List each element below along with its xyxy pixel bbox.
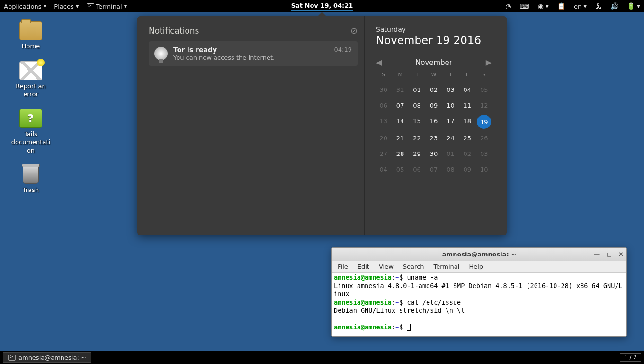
- workspace-indicator[interactable]: 1 / 2: [620, 353, 641, 362]
- calendar-dayname: Saturday: [376, 26, 492, 33]
- terminal-app-menu[interactable]: Terminal ▼: [87, 3, 127, 10]
- calendar-day[interactable]: 13: [376, 115, 391, 129]
- term-menu-view[interactable]: View: [379, 263, 394, 270]
- calendar-day[interactable]: 01: [410, 83, 424, 96]
- calendar-day[interactable]: 09: [426, 99, 441, 112]
- calendar-day[interactable]: 08: [410, 99, 424, 112]
- calendar-day[interactable]: 08: [443, 163, 458, 176]
- calendar-day[interactable]: 19: [477, 115, 491, 129]
- desktop-icon-trash[interactable]: Trash: [9, 165, 52, 194]
- caret-icon: ▼: [43, 4, 46, 9]
- onion-icon[interactable]: ◔: [505, 3, 511, 9]
- notification-item[interactable]: Tor is ready You can now access the Inte…: [149, 41, 358, 66]
- desktop-icon-tails-doc[interactable]: Tails documentati on: [9, 109, 52, 155]
- calendar-day[interactable]: 31: [393, 83, 407, 96]
- calendar-day[interactable]: 23: [426, 132, 441, 145]
- calendar-day[interactable]: 05: [393, 163, 407, 176]
- notification-title: Tor is ready: [173, 46, 329, 54]
- calendar-day[interactable]: 21: [393, 132, 407, 145]
- calendar-day[interactable]: 28: [393, 147, 407, 160]
- accessibility-icon: ◉: [538, 3, 544, 9]
- calendar-day[interactable]: 04: [376, 163, 391, 176]
- power-menu[interactable]: 🔋 ▼: [627, 3, 640, 9]
- notifications-header: Notifications: [149, 26, 199, 36]
- applications-menu[interactable]: Applications ▼: [4, 3, 46, 10]
- desktop-icon-home[interactable]: Home: [9, 21, 52, 51]
- clipboard-icon[interactable]: 📋: [557, 3, 565, 9]
- terminal-titlebar[interactable]: amnesia@amnesia: ~ — ◻ ✕: [332, 248, 626, 261]
- calendar-day[interactable]: 05: [477, 83, 492, 96]
- notification-time: 04:19: [334, 46, 352, 53]
- term-menu-edit[interactable]: Edit: [358, 263, 369, 270]
- calendar-day[interactable]: 26: [477, 132, 492, 145]
- calendar-day[interactable]: 11: [460, 99, 474, 112]
- calendar-day[interactable]: 22: [410, 132, 424, 145]
- keyboard-icon[interactable]: ⌨: [520, 3, 529, 9]
- term-menu-terminal[interactable]: Terminal: [433, 263, 459, 270]
- places-menu[interactable]: Places ▼: [54, 3, 79, 10]
- calendar-day[interactable]: 01: [443, 147, 458, 160]
- mail-icon: [19, 61, 42, 80]
- caret-icon: ▼: [637, 4, 640, 9]
- terminal-body[interactable]: amnesia@amnesia:~$ uname -a Linux amnesi…: [332, 273, 626, 336]
- calendar-day[interactable]: 10: [477, 163, 492, 176]
- terminal-label: Terminal: [96, 3, 122, 10]
- term-menu-file[interactable]: File: [338, 263, 348, 270]
- volume-icon[interactable]: 🔊: [610, 3, 618, 9]
- help-book-icon: [19, 109, 42, 128]
- maximize-button[interactable]: ◻: [607, 251, 612, 258]
- calendar-day[interactable]: 06: [376, 99, 391, 112]
- taskbar-item-terminal[interactable]: amnesia@amnesia: ~: [3, 352, 91, 363]
- calendar-day[interactable]: 27: [376, 147, 391, 160]
- calendar-grid: SMTWTFS303101020304050607080910111213141…: [376, 72, 492, 176]
- clear-notifications-icon[interactable]: ⊘: [350, 26, 358, 36]
- clock-button[interactable]: Sat Nov 19, 04:21: [291, 2, 353, 11]
- calendar-day[interactable]: 04: [460, 83, 474, 96]
- lang-label: en: [574, 3, 581, 10]
- language-menu[interactable]: en ▼: [574, 3, 587, 10]
- bottom-bar: amnesia@amnesia: ~ 1 / 2: [0, 351, 644, 364]
- calendar-day[interactable]: 20: [376, 132, 391, 145]
- calendar-weekday: S: [376, 72, 391, 81]
- calendar-day[interactable]: 02: [426, 83, 441, 96]
- calendar-day[interactable]: 29: [410, 147, 424, 160]
- terminal-menubar: File Edit View Search Terminal Help: [332, 261, 626, 273]
- calendar-day[interactable]: 12: [477, 99, 492, 112]
- close-button[interactable]: ✕: [618, 251, 624, 258]
- term-menu-search[interactable]: Search: [403, 263, 424, 270]
- calendar-day[interactable]: 09: [460, 163, 474, 176]
- calendar-day[interactable]: 30: [426, 147, 441, 160]
- workspace-label: 1 / 2: [624, 354, 637, 361]
- calendar-day[interactable]: 14: [393, 115, 407, 129]
- accessibility-menu[interactable]: ◉ ▼: [538, 3, 549, 9]
- notification-body: You can now access the Internet.: [173, 54, 329, 61]
- calendar-day[interactable]: 07: [393, 99, 407, 112]
- calendar-day[interactable]: 30: [376, 83, 391, 96]
- calendar-day[interactable]: 16: [426, 115, 441, 129]
- clock-text: Sat Nov 19, 04:21: [291, 2, 353, 9]
- calendar-day[interactable]: 18: [460, 115, 474, 129]
- calendar-day[interactable]: 03: [477, 147, 492, 160]
- caret-icon: ▼: [546, 4, 549, 9]
- calendar-day[interactable]: 06: [410, 163, 424, 176]
- calendar-day[interactable]: 03: [443, 83, 458, 96]
- calendar-day[interactable]: 02: [460, 147, 474, 160]
- calendar-day[interactable]: 10: [443, 99, 458, 112]
- next-month-button[interactable]: ▶: [486, 58, 492, 67]
- prev-month-button[interactable]: ◀: [376, 58, 382, 67]
- calendar-day[interactable]: 15: [410, 115, 424, 129]
- calendar-day[interactable]: 25: [460, 132, 474, 145]
- desktop-icon-report-error[interactable]: Report an error: [9, 61, 52, 99]
- calendar-day[interactable]: 24: [443, 132, 458, 145]
- caret-icon: ▼: [583, 4, 587, 9]
- minimize-button[interactable]: —: [594, 251, 600, 258]
- calendar-day[interactable]: 17: [443, 115, 458, 129]
- calendar-day[interactable]: 07: [426, 163, 441, 176]
- notifications-column: Notifications ⊘ Tor is ready You can now…: [137, 16, 365, 235]
- calendar-weekday: T: [410, 72, 424, 81]
- network-icon[interactable]: 🖧: [595, 3, 602, 9]
- terminal-icon: [8, 355, 16, 361]
- trash-icon: [23, 165, 39, 184]
- term-menu-help[interactable]: Help: [469, 263, 483, 270]
- places-label: Places: [54, 3, 73, 10]
